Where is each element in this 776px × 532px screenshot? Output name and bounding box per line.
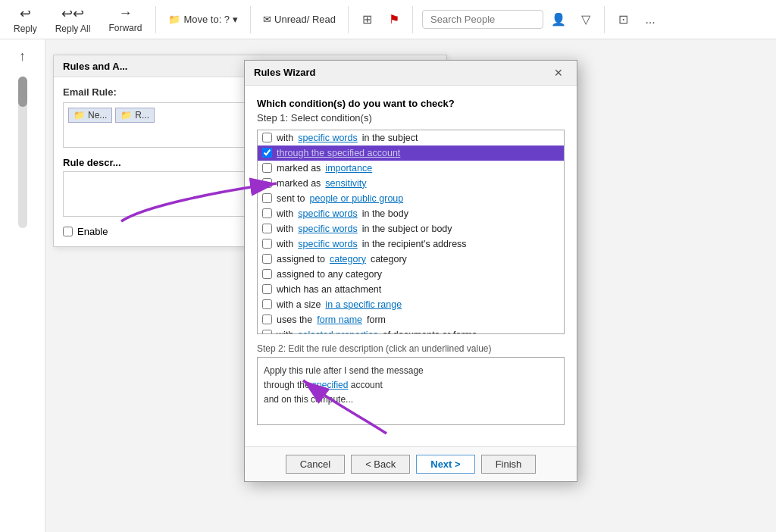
condition-item-8[interactable]: with specific words in the recipient's a… bbox=[258, 236, 564, 252]
condition-checkbox-3[interactable] bbox=[262, 163, 272, 173]
move-to-button[interactable]: 📁 Move to: ? ▾ bbox=[162, 11, 244, 28]
search-input[interactable] bbox=[422, 10, 543, 29]
condition-checkbox-14[interactable] bbox=[262, 330, 272, 334]
reply-button[interactable]: ↩ Reply bbox=[6, 2, 45, 37]
condition-link-1[interactable]: specific words bbox=[298, 133, 358, 143]
condition-item-13[interactable]: uses the form name form bbox=[258, 312, 564, 327]
step2-label: Step 2: Edit the rule description (click… bbox=[257, 343, 565, 354]
forward-icon: → bbox=[118, 5, 132, 21]
layout-icon-button[interactable]: ⊡ bbox=[611, 8, 635, 32]
envelope-icon: ✉ bbox=[263, 14, 271, 25]
condition-item-12[interactable]: with a size in a specific range bbox=[258, 297, 564, 312]
condition-link-14[interactable]: selected properties bbox=[298, 330, 378, 334]
reply-label: Reply bbox=[14, 23, 37, 34]
reply-all-label: Reply All bbox=[55, 23, 91, 34]
condition-checkbox-2[interactable] bbox=[262, 148, 272, 158]
back-button[interactable]: < Back bbox=[351, 455, 410, 474]
modal-body: Which condition(s) do you want to check?… bbox=[245, 86, 577, 446]
move-icon: 📁 bbox=[168, 14, 180, 25]
condition-link-2[interactable]: through the specified account bbox=[277, 148, 400, 158]
toolbar: ↩ Reply ↩↩ Reply All → Forward 📁 Move to… bbox=[0, 0, 776, 39]
condition-link-5[interactable]: people or public group bbox=[310, 193, 404, 204]
modal-footer: Cancel < Back Next > Finish bbox=[245, 446, 577, 481]
step2-line2-pre: through the bbox=[264, 380, 312, 390]
condition-checkbox-13[interactable] bbox=[262, 315, 272, 324]
step2-specified-link[interactable]: specified bbox=[312, 380, 348, 390]
unread-read-button[interactable]: ✉ Unread/ Read bbox=[257, 11, 342, 28]
step2-line2-post: account bbox=[348, 380, 382, 390]
next-button[interactable]: Next > bbox=[416, 455, 474, 474]
modal-overlay: Rules Wizard ✕ Which condition(s) do you… bbox=[45, 39, 776, 532]
condition-link-7[interactable]: specific words bbox=[298, 224, 358, 234]
cancel-button[interactable]: Cancel bbox=[286, 455, 345, 474]
condition-item-7[interactable]: with specific words in the subject or bo… bbox=[258, 221, 564, 236]
divider2 bbox=[250, 6, 251, 33]
chevron-down-icon: ▾ bbox=[233, 14, 238, 25]
grid-icon-button[interactable]: ⊞ bbox=[355, 8, 379, 32]
condition-item-10[interactable]: assigned to any category bbox=[258, 267, 564, 282]
condition-item-11[interactable]: which has an attachment bbox=[258, 282, 564, 297]
divider3 bbox=[348, 6, 349, 33]
reply-all-button[interactable]: ↩↩ Reply All bbox=[48, 2, 99, 37]
forward-label: Forward bbox=[108, 23, 142, 33]
unread-read-label: Unread/ Read bbox=[274, 14, 336, 25]
condition-checkbox-7[interactable] bbox=[262, 224, 272, 233]
condition-item-5[interactable]: sent to people or public group bbox=[258, 191, 564, 206]
flag-icon-button[interactable]: ⚑ bbox=[382, 8, 406, 32]
scrollbar-thumb bbox=[18, 77, 27, 107]
step2-description-box: Apply this rule after I send the message… bbox=[257, 357, 565, 425]
scrollbar[interactable] bbox=[18, 77, 27, 228]
condition-link-4[interactable]: sensitivity bbox=[325, 178, 366, 189]
person-icon-button[interactable]: 👤 bbox=[546, 8, 571, 32]
condition-item-1[interactable]: with specific words in the subject bbox=[258, 130, 564, 146]
main-area: ↑ Rules and A... ✕ Email Rule: 📁 Ne... bbox=[0, 39, 776, 532]
condition-link-13[interactable]: form name bbox=[317, 315, 362, 325]
divider5 bbox=[604, 6, 605, 33]
filter-icon-button[interactable]: ▽ bbox=[574, 8, 598, 32]
condition-item-6[interactable]: with specific words in the body bbox=[258, 206, 564, 221]
condition-checkbox-11[interactable] bbox=[262, 284, 272, 294]
condition-link-8[interactable]: specific words bbox=[298, 239, 358, 249]
condition-link-6[interactable]: specific words bbox=[298, 208, 358, 219]
divider4 bbox=[412, 6, 413, 33]
modal-question: Which condition(s) do you want to check? bbox=[257, 98, 565, 109]
condition-checkbox-8[interactable] bbox=[262, 239, 272, 249]
step2-line3: and on this compute... bbox=[264, 394, 353, 405]
condition-checkbox-1[interactable] bbox=[262, 133, 272, 142]
condition-checkbox-6[interactable] bbox=[262, 208, 272, 218]
condition-item-14[interactable]: with selected properties of documents or… bbox=[258, 327, 564, 334]
reply-all-icon: ↩↩ bbox=[61, 5, 84, 22]
condition-checkbox-5[interactable] bbox=[262, 193, 272, 203]
conditions-list[interactable]: with specific words in the subjectthroug… bbox=[257, 130, 565, 334]
move-to-label: Move to: ? bbox=[183, 14, 230, 25]
up-arrow-icon[interactable]: ↑ bbox=[16, 45, 29, 67]
divider1 bbox=[155, 6, 156, 33]
bg-panel: Rules and A... ✕ Email Rule: 📁 Ne... 📁 R… bbox=[45, 39, 776, 532]
condition-item-9[interactable]: assigned to category category bbox=[258, 252, 564, 267]
condition-item-3[interactable]: marked as importance bbox=[258, 161, 564, 176]
condition-checkbox-4[interactable] bbox=[262, 178, 272, 188]
modal-close-button[interactable]: ✕ bbox=[549, 65, 568, 80]
condition-checkbox-10[interactable] bbox=[262, 269, 272, 279]
step2-line1: Apply this rule after I send the message bbox=[264, 365, 424, 376]
forward-button[interactable]: → Forward bbox=[101, 2, 149, 36]
step1-label: Step 1: Select condition(s) bbox=[257, 112, 565, 124]
condition-link-12[interactable]: in a specific range bbox=[325, 299, 402, 310]
more-button[interactable]: ... bbox=[638, 8, 662, 32]
condition-item-2[interactable]: through the specified account bbox=[258, 146, 564, 161]
condition-item-4[interactable]: marked as sensitivity bbox=[258, 176, 564, 191]
rules-wizard-modal: Rules Wizard ✕ Which condition(s) do you… bbox=[244, 60, 577, 482]
reply-icon: ↩ bbox=[20, 5, 31, 22]
condition-link-3[interactable]: importance bbox=[325, 163, 372, 174]
condition-checkbox-12[interactable] bbox=[262, 299, 272, 309]
condition-link-9[interactable]: category bbox=[330, 254, 366, 264]
sidebar: ↑ bbox=[0, 39, 45, 532]
modal-titlebar: Rules Wizard ✕ bbox=[245, 61, 577, 86]
modal-title: Rules Wizard bbox=[254, 67, 316, 78]
finish-button[interactable]: Finish bbox=[481, 455, 537, 474]
condition-checkbox-9[interactable] bbox=[262, 254, 272, 264]
